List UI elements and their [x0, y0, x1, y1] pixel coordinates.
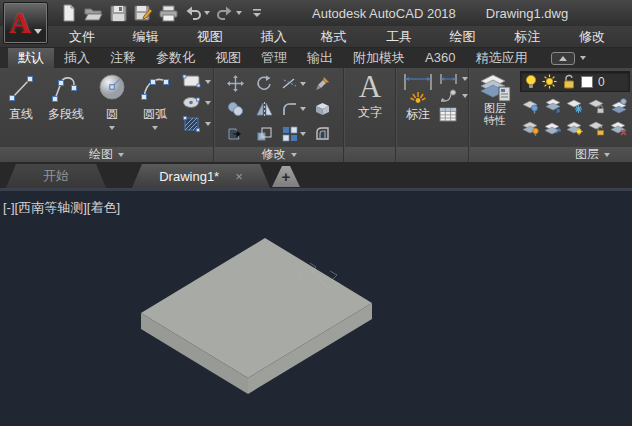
line-button[interactable]: 直线 [2, 68, 40, 147]
file-tab-drawing1[interactable]: Drawing1* × [132, 164, 270, 188]
layer-properties-button[interactable]: 图层 特性 [473, 68, 517, 147]
layer-unisolate-button[interactable] [542, 95, 564, 117]
move-button[interactable] [221, 71, 250, 96]
circle-button[interactable]: 圆 [92, 68, 132, 147]
text-button[interactable]: A 文字 [358, 68, 382, 147]
ribbon-tab-annotate[interactable]: 注释 [100, 48, 146, 68]
ribbon-tab-featured[interactable]: 精选应用 [465, 48, 537, 68]
hatch-button[interactable] [182, 115, 211, 133]
layer-thaw-button[interactable] [564, 117, 586, 139]
sun-icon[interactable] [542, 74, 557, 89]
fillet-button[interactable] [279, 96, 308, 121]
tab-close-icon[interactable]: × [235, 169, 243, 184]
new-drawing-tab-button[interactable]: + [272, 166, 300, 187]
menu-format[interactable]: 格式(O) [308, 26, 373, 48]
view-direction-control[interactable]: [西南等轴测] [15, 200, 87, 215]
polyline-button[interactable]: 多段线 [42, 68, 90, 147]
file-tab-start[interactable]: 开始 [6, 164, 106, 188]
layer-off-button[interactable] [520, 117, 542, 139]
ribbon-tab-output[interactable]: 输出 [297, 48, 343, 68]
unlock-icon[interactable] [562, 74, 576, 89]
leader-button[interactable] [439, 89, 468, 103]
ribbon-minimize-dropdown-icon[interactable] [580, 56, 586, 60]
autocad-logo-button[interactable]: A [3, 2, 48, 44]
circle-dropdown-icon[interactable] [109, 126, 115, 130]
modify-panel-title[interactable]: 修改 [215, 147, 343, 162]
layer-freeze-button[interactable] [564, 95, 586, 117]
bulb-on-icon[interactable] [525, 74, 537, 89]
layer-move-button[interactable] [542, 117, 564, 139]
offset-button[interactable] [308, 121, 337, 146]
scale-button[interactable] [250, 121, 279, 146]
layer-match-button[interactable] [608, 117, 630, 139]
layer-isolate-button[interactable] [520, 95, 542, 117]
plot-icon[interactable] [158, 3, 178, 23]
menu-insert[interactable]: 插入(I) [248, 26, 308, 48]
copy-button[interactable] [221, 96, 250, 121]
dimension-button[interactable]: 标注 [399, 68, 437, 147]
array-button[interactable] [279, 121, 308, 146]
layer-select[interactable]: 0 [520, 71, 630, 92]
menu-draw[interactable]: 绘图(D) [436, 26, 501, 48]
fillet-dropdown-icon[interactable] [300, 107, 306, 111]
customize-toolbar-icon[interactable] [247, 3, 267, 23]
menu-tools[interactable]: 工具(T) [373, 26, 437, 48]
ellipse-button[interactable] [182, 94, 211, 111]
trim-dropdown-icon[interactable] [300, 82, 306, 86]
stretch-button[interactable] [221, 121, 250, 146]
leader-icon [439, 89, 459, 103]
menu-modify[interactable]: 修改(M) [566, 26, 632, 48]
erase-button[interactable] [308, 71, 337, 96]
ellipse-dropdown-icon[interactable] [205, 101, 211, 105]
viewport-menu-control[interactable]: [-] [3, 200, 15, 215]
draw-panel-title[interactable]: 绘图 [0, 147, 213, 162]
open-folder-icon[interactable] [83, 3, 103, 23]
current-layer-name[interactable]: 0 [598, 75, 605, 89]
3d-solid-box[interactable] [141, 238, 372, 394]
rectangle-button[interactable] [182, 73, 211, 90]
undo-icon[interactable] [183, 3, 203, 23]
layers-panel-title[interactable]: 图层 [470, 147, 632, 162]
array-dropdown-icon[interactable] [300, 132, 306, 136]
layer-make-current-button[interactable] [608, 95, 630, 117]
menu-edit[interactable]: 编辑(E) [120, 26, 184, 48]
new-file-icon[interactable] [58, 3, 78, 23]
ribbon-tab-view[interactable]: 视图 [205, 48, 251, 68]
redo-icon[interactable] [215, 3, 235, 23]
table-button[interactable] [439, 107, 468, 122]
ribbon-minimize-icon[interactable] [551, 52, 575, 65]
model-canvas[interactable] [0, 191, 632, 426]
polyline-icon [50, 72, 82, 104]
layer-lock-button[interactable] [586, 95, 608, 117]
plus-icon: + [282, 168, 291, 185]
ribbon-tab-addins[interactable]: 附加模块 [343, 48, 415, 68]
visual-style-control[interactable]: [着色] [87, 200, 120, 215]
menu-view[interactable]: 视图(V) [184, 26, 248, 48]
linear-dimension-button[interactable] [439, 73, 468, 85]
menu-dimension[interactable]: 标注(N) [501, 26, 566, 48]
save-as-icon[interactable] [133, 3, 153, 23]
rotate-button[interactable] [250, 71, 279, 96]
arc-button[interactable]: 圆弧 [134, 68, 176, 147]
document-title: Drawing1.dwg [486, 6, 568, 21]
explode-button[interactable] [308, 96, 337, 121]
save-icon[interactable] [108, 3, 128, 23]
ribbon-tab-manage[interactable]: 管理 [251, 48, 297, 68]
menu-file[interactable]: 文件(F) [56, 26, 120, 48]
rectangle-dropdown-icon[interactable] [205, 80, 211, 84]
box-top-face[interactable] [141, 238, 372, 378]
redo-dropdown-icon[interactable] [236, 11, 242, 15]
mirror-button[interactable] [250, 96, 279, 121]
layer-properties-icon [479, 72, 511, 102]
ribbon-tab-home[interactable]: 默认 [8, 48, 54, 68]
ribbon-tab-parametric[interactable]: 参数化 [146, 48, 205, 68]
ribbon-tab-a360[interactable]: A360 [415, 48, 465, 68]
trim-button[interactable] [279, 71, 308, 96]
color-swatch[interactable] [581, 76, 593, 88]
arc-dropdown-icon[interactable] [152, 126, 158, 130]
hatch-dropdown-icon[interactable] [205, 122, 211, 126]
drawing-viewport[interactable]: [-][西南等轴测][着色] [0, 188, 632, 426]
layer-unlock-button[interactable] [586, 117, 608, 139]
ribbon-tab-insert[interactable]: 插入 [54, 48, 100, 68]
undo-dropdown-icon[interactable] [204, 11, 210, 15]
